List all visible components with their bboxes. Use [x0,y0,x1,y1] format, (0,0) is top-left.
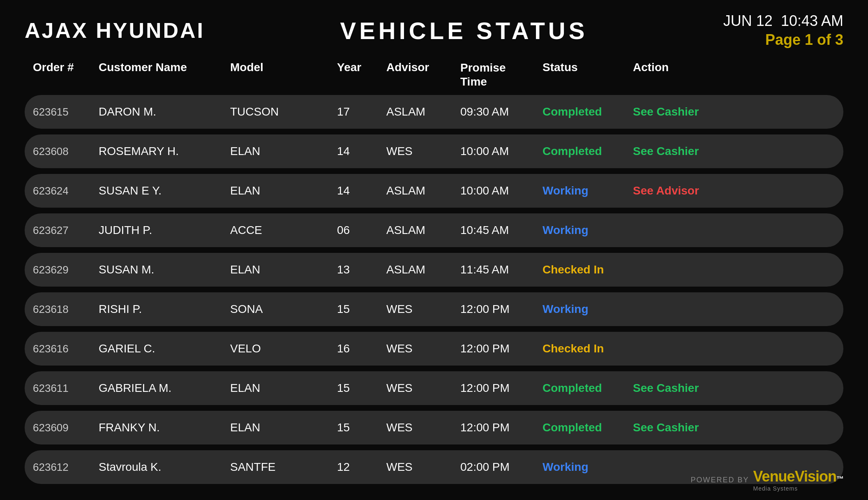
cell-order-5: 623618 [33,303,99,316]
time: 10:43 AM [781,12,843,29]
table-row: 623611 GABRIELA M. ELAN 15 WES 12:00 PM … [25,371,843,405]
cell-model-9: SANTFE [230,461,337,474]
cell-status-5: Working [542,303,633,316]
cell-model-7: ELAN [230,382,337,395]
cell-status-3: Working [542,224,633,237]
cell-year-6: 16 [337,342,386,355]
col-model: Model [230,61,337,88]
cell-advisor-9: WES [386,461,460,474]
cell-action-8[interactable]: See Cashier [633,421,732,434]
cell-status-2: Working [542,184,633,197]
cell-year-0: 17 [337,105,386,118]
cell-customer-7: GABRIELA M. [99,382,230,395]
cell-model-3: ACCE [230,224,337,237]
cell-action-7[interactable]: See Cashier [633,382,732,395]
cell-action-2[interactable]: See Advisor [633,184,732,197]
cell-order-3: 623627 [33,224,99,237]
cell-advisor-7: WES [386,382,460,395]
date: JUN 12 [723,12,773,29]
cell-status-9: Working [542,461,633,474]
table-body: 623615 DARON M. TUCSON 17 ASLAM 09:30 AM… [25,95,843,484]
table-row: 623629 SUSAN M. ELAN 13 ASLAM 11:45 AM C… [25,253,843,287]
cell-advisor-2: ASLAM [386,184,460,197]
venuevision-sub: Media Systems [753,485,798,492]
cell-advisor-3: ASLAM [386,224,460,237]
cell-status-8: Completed [542,421,633,434]
cell-promise-time-3: 10:45 AM [460,224,542,237]
page-info: Page 1 of 3 [765,31,843,49]
cell-promise-time-4: 11:45 AM [460,263,542,276]
cell-customer-2: SUSAN E Y. [99,184,230,197]
cell-model-4: ELAN [230,263,337,276]
cell-order-4: 623629 [33,264,99,276]
header: AJAX HYUNDAI VEHICLE STATUS JUN 12 10:43… [0,0,868,57]
footer: POWERED BY VenueVision™ Media Systems [691,468,843,492]
cell-year-8: 15 [337,421,386,434]
col-status: Status [542,61,633,88]
cell-year-2: 14 [337,184,386,197]
col-advisor: Advisor [386,61,460,88]
cell-customer-1: ROSEMARY H. [99,145,230,158]
cell-status-7: Completed [542,382,633,395]
cell-status-4: Checked In [542,263,633,276]
cell-advisor-8: WES [386,421,460,434]
cell-advisor-6: WES [386,342,460,355]
cell-status-1: Completed [542,145,633,158]
header-right: JUN 12 10:43 AM Page 1 of 3 [723,12,843,49]
cell-year-3: 06 [337,224,386,237]
cell-order-2: 623624 [33,185,99,197]
vehicle-status-table: Order # Customer Name Model Year Advisor… [0,57,868,484]
cell-customer-5: RISHI P. [99,303,230,316]
cell-model-8: ELAN [230,421,337,434]
cell-action-1[interactable]: See Cashier [633,145,732,158]
cell-promise-time-2: 10:00 AM [460,184,542,197]
cell-order-0: 623615 [33,106,99,118]
cell-promise-time-9: 02:00 PM [460,461,542,474]
table-row: 623615 DARON M. TUCSON 17 ASLAM 09:30 AM… [25,95,843,129]
datetime: JUN 12 10:43 AM [723,12,843,30]
cell-model-6: VELO [230,342,337,355]
table-header-row: Order # Customer Name Model Year Advisor… [25,57,843,93]
table-row: 623609 FRANKY N. ELAN 15 WES 12:00 PM Co… [25,411,843,444]
powered-by-label: POWERED BY [691,476,749,484]
cell-year-7: 15 [337,382,386,395]
col-year: Year [337,61,386,88]
venuevision-logo: VenueVision™ [753,468,843,485]
cell-model-5: SONA [230,303,337,316]
cell-promise-time-0: 09:30 AM [460,105,542,118]
cell-order-9: 623612 [33,461,99,474]
cell-model-2: ELAN [230,184,337,197]
page-title: VEHICLE STATUS [340,17,588,44]
cell-promise-time-7: 12:00 PM [460,382,542,395]
table-row: 623618 RISHI P. SONA 15 WES 12:00 PM Wor… [25,292,843,326]
cell-promise-time-6: 12:00 PM [460,342,542,355]
col-customer: Customer Name [99,61,230,88]
cell-model-1: ELAN [230,145,337,158]
cell-customer-3: JUDITH P. [99,224,230,237]
table-row: 623616 GARIEL C. VELO 16 WES 12:00 PM Ch… [25,332,843,366]
cell-advisor-1: WES [386,145,460,158]
cell-order-8: 623609 [33,421,99,434]
col-promise-time: Promise Time [460,61,542,88]
dealership-logo: AJAX HYUNDAI [25,18,205,43]
cell-year-4: 13 [337,263,386,276]
col-action: Action [633,61,732,88]
cell-promise-time-1: 10:00 AM [460,145,542,158]
cell-promise-time-5: 12:00 PM [460,303,542,316]
cell-model-0: TUCSON [230,105,337,118]
cell-advisor-5: WES [386,303,460,316]
cell-year-1: 14 [337,145,386,158]
cell-customer-8: FRANKY N. [99,421,230,434]
cell-order-6: 623616 [33,343,99,355]
table-row: 623624 SUSAN E Y. ELAN 14 ASLAM 10:00 AM… [25,174,843,208]
cell-customer-0: DARON M. [99,105,230,118]
venuevision-brand: VenueVision™ Media Systems [753,468,843,492]
cell-advisor-4: ASLAM [386,263,460,276]
table-row: 623627 JUDITH P. ACCE 06 ASLAM 10:45 AM … [25,213,843,247]
col-order: Order # [33,61,99,88]
cell-status-6: Checked In [542,342,633,355]
cell-year-9: 12 [337,461,386,474]
cell-order-7: 623611 [33,382,99,395]
cell-advisor-0: ASLAM [386,105,460,118]
cell-action-0[interactable]: See Cashier [633,105,732,118]
